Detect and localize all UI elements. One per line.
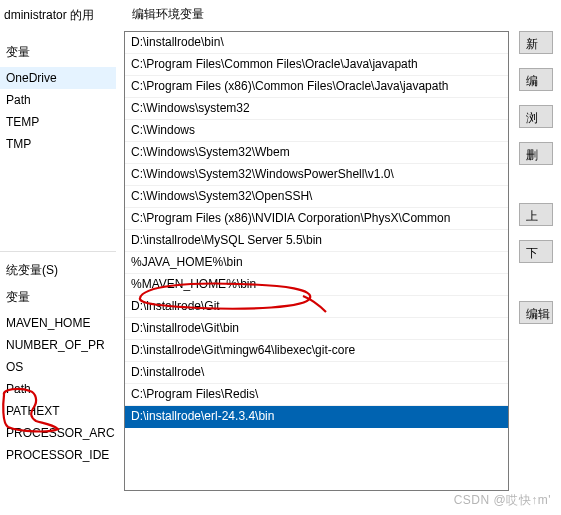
path-item[interactable]: D:\installrode\Git\mingw64\libexec\git-c…	[125, 340, 508, 362]
system-vars-header: 统变量(S)	[0, 251, 119, 285]
user-var-item[interactable]: Path	[0, 89, 119, 111]
path-item[interactable]: D:\installrode\MySQL Server 5.5\bin	[125, 230, 508, 252]
move-up-button[interactable]: 上	[519, 203, 553, 226]
edit-env-var-dialog: 编辑环境变量 D:\installrode\bin\C:\Program Fil…	[116, 0, 561, 515]
browse-button[interactable]: 浏	[519, 105, 553, 128]
system-var-item[interactable]: OS	[0, 356, 119, 378]
system-var-item[interactable]: MAVEN_HOME	[0, 312, 119, 334]
new-button[interactable]: 新	[519, 31, 553, 54]
user-var-item[interactable]: OneDrive	[0, 67, 119, 89]
path-item[interactable]: C:\Windows\system32	[125, 98, 508, 120]
path-item[interactable]: C:\Windows\System32\WindowsPowerShell\v1…	[125, 164, 508, 186]
user-var-item[interactable]: TEMP	[0, 111, 119, 133]
system-var-item[interactable]: PROCESSOR_ARC	[0, 422, 119, 444]
path-item[interactable]: D:\installrode\	[125, 362, 508, 384]
user-vars-header: 变量	[0, 34, 119, 67]
path-listbox[interactable]: D:\installrode\bin\C:\Program Files\Comm…	[124, 31, 509, 491]
path-item[interactable]: C:\Windows\System32\OpenSSH\	[125, 186, 508, 208]
system-vars-subheader: 变量	[0, 285, 119, 312]
path-item[interactable]: C:\Program Files (x86)\Common Files\Orac…	[125, 76, 508, 98]
delete-button[interactable]: 删	[519, 142, 553, 165]
path-item[interactable]: C:\Program Files\Common Files\Oracle\Jav…	[125, 54, 508, 76]
system-var-item[interactable]: Path	[0, 378, 119, 400]
dialog-title: 编辑环境变量	[124, 6, 553, 31]
system-var-item[interactable]: PROCESSOR_IDE	[0, 444, 119, 466]
path-item[interactable]: C:\Windows\System32\Wbem	[125, 142, 508, 164]
parent-title-fragment: dministrator 的用	[0, 4, 119, 34]
move-down-button[interactable]: 下	[519, 240, 553, 263]
parent-dialog-fragment: dministrator 的用 变量 OneDrive Path TEMP TM…	[0, 0, 120, 515]
path-item[interactable]: C:\Program Files (x86)\NVIDIA Corporatio…	[125, 208, 508, 230]
path-item[interactable]: %MAVEN_HOME%\bin	[125, 274, 508, 296]
path-item[interactable]: C:\Program Files\Redis\	[125, 384, 508, 406]
system-var-item[interactable]: PATHEXT	[0, 400, 119, 422]
edit-text-button[interactable]: 编辑	[519, 301, 553, 324]
edit-button[interactable]: 编	[519, 68, 553, 91]
button-column: 新 编 浏 删 上 下 编辑	[519, 31, 553, 491]
path-item[interactable]: D:\installrode\erl-24.3.4\bin	[125, 406, 508, 428]
path-item[interactable]: D:\installrode\Git	[125, 296, 508, 318]
path-item[interactable]: D:\installrode\bin\	[125, 32, 508, 54]
user-var-item[interactable]: TMP	[0, 133, 119, 155]
path-item[interactable]: D:\installrode\Git\bin	[125, 318, 508, 340]
path-item[interactable]: %JAVA_HOME%\bin	[125, 252, 508, 274]
system-var-item[interactable]: NUMBER_OF_PR	[0, 334, 119, 356]
path-item[interactable]: C:\Windows	[125, 120, 508, 142]
